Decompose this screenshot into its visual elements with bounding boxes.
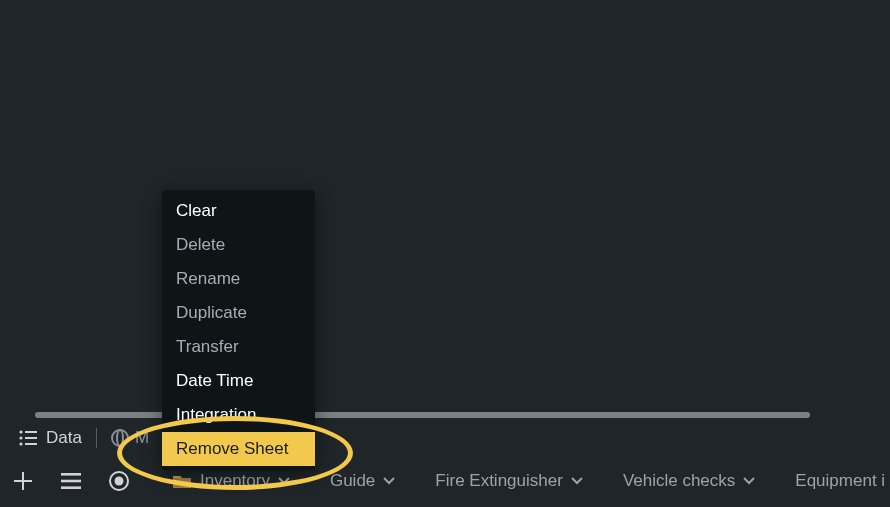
tab-label: Equipment i bbox=[795, 471, 885, 491]
svg-rect-3 bbox=[25, 437, 37, 439]
sheet-tab-bar: Inventory Guide Fire Extinguisher Vehicl… bbox=[0, 455, 890, 507]
svg-point-2 bbox=[19, 436, 22, 439]
svg-rect-1 bbox=[25, 431, 37, 433]
tab-equipment-partial[interactable]: Equipment i bbox=[795, 471, 885, 491]
globe-icon bbox=[111, 429, 129, 447]
horizontal-scrollbar-thumb[interactable] bbox=[35, 412, 810, 418]
tab-fire-extinguisher[interactable]: Fire Extinguisher bbox=[435, 471, 583, 491]
svg-point-12 bbox=[115, 477, 124, 486]
secondary-mode-button[interactable]: M bbox=[111, 428, 149, 448]
tab-inventory[interactable]: Inventory bbox=[172, 471, 290, 491]
tab-label: Vehicle checks bbox=[623, 471, 735, 491]
data-mode-button[interactable]: Data bbox=[18, 428, 82, 448]
svg-point-0 bbox=[19, 430, 22, 433]
tab-label: Guide bbox=[330, 471, 375, 491]
svg-rect-9 bbox=[61, 480, 81, 483]
record-button[interactable] bbox=[108, 470, 130, 492]
chevron-down-icon bbox=[743, 477, 755, 485]
menu-item-date-time[interactable]: Date Time bbox=[162, 364, 315, 398]
tab-vehicle-checks[interactable]: Vehicle checks bbox=[623, 471, 755, 491]
folder-icon bbox=[172, 473, 192, 489]
tab-guide[interactable]: Guide bbox=[330, 471, 395, 491]
add-sheet-button[interactable] bbox=[12, 470, 34, 492]
chevron-down-icon bbox=[571, 477, 583, 485]
secondary-mode-label-partial: M bbox=[135, 428, 149, 448]
menu-item-rename[interactable]: Rename bbox=[162, 262, 315, 296]
chevron-down-icon bbox=[278, 477, 290, 485]
svg-point-4 bbox=[19, 442, 22, 445]
svg-rect-7 bbox=[14, 480, 32, 482]
menu-item-transfer[interactable]: Transfer bbox=[162, 330, 315, 364]
mode-bar: Data M bbox=[0, 421, 890, 455]
tab-label: Fire Extinguisher bbox=[435, 471, 563, 491]
list-icon bbox=[18, 430, 38, 446]
menu-item-delete[interactable]: Delete bbox=[162, 228, 315, 262]
svg-rect-5 bbox=[25, 443, 37, 445]
menu-item-duplicate[interactable]: Duplicate bbox=[162, 296, 315, 330]
menu-item-clear[interactable]: Clear bbox=[162, 194, 315, 228]
data-mode-label: Data bbox=[46, 428, 82, 448]
menu-item-integration[interactable]: Integration bbox=[162, 398, 315, 432]
chevron-down-icon bbox=[383, 477, 395, 485]
svg-rect-10 bbox=[61, 486, 81, 489]
menu-item-remove-sheet[interactable]: Remove Sheet bbox=[162, 432, 315, 466]
tab-label: Inventory bbox=[200, 471, 270, 491]
divider bbox=[96, 428, 97, 448]
svg-rect-8 bbox=[61, 473, 81, 476]
sheet-context-menu: Clear Delete Rename Duplicate Transfer D… bbox=[162, 190, 315, 470]
sheet-list-button[interactable] bbox=[60, 472, 82, 490]
sheet-tabs: Inventory Guide Fire Extinguisher Vehicl… bbox=[172, 471, 885, 491]
